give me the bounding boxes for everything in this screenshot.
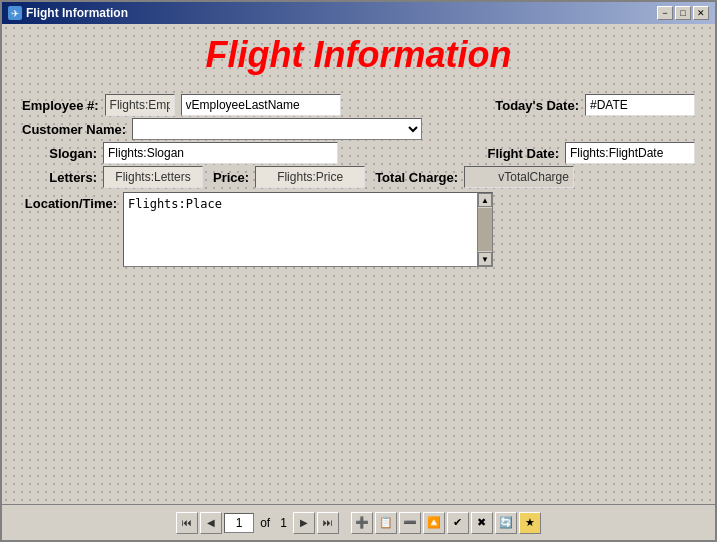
- location-time-wrapper: ▲ ▼: [123, 192, 493, 267]
- minimize-button[interactable]: −: [657, 6, 673, 20]
- nav-delete-button[interactable]: ➖: [399, 512, 421, 534]
- customer-name-label: Customer Name:: [22, 122, 126, 137]
- customer-name-row: Customer Name:: [22, 118, 695, 140]
- title-bar: ✈ Flight Information − □ ✕: [2, 2, 715, 24]
- employee-lastname-field[interactable]: [181, 94, 341, 116]
- scroll-down-btn[interactable]: ▼: [478, 252, 492, 266]
- nav-x-button[interactable]: ✖: [471, 512, 493, 534]
- customer-name-select[interactable]: [132, 118, 422, 140]
- flight-date-label: Flight Date:: [488, 146, 560, 161]
- location-time-field[interactable]: [123, 192, 477, 267]
- nav-next-button[interactable]: ▶: [293, 512, 315, 534]
- nav-check-button[interactable]: ✔: [447, 512, 469, 534]
- location-time-row: Location/Time: ▲ ▼: [22, 192, 695, 267]
- title-bar-controls: − □ ✕: [657, 6, 709, 20]
- letters-label: Letters:: [22, 170, 97, 185]
- title-bar-text: Flight Information: [26, 6, 128, 20]
- main-window: ✈ Flight Information − □ ✕ Flight Inform…: [0, 0, 717, 542]
- location-scrollbar: ▲ ▼: [477, 192, 493, 267]
- nav-page-total: 1: [276, 516, 291, 530]
- flight-date-field[interactable]: [565, 142, 695, 164]
- nav-up-button[interactable]: 🔼: [423, 512, 445, 534]
- slogan-label: Slogan:: [22, 146, 97, 161]
- nav-bar: ⏮ ◀ of 1 ▶ ⏭ ➕ 📋 ➖ 🔼 ✔ ✖ 🔄 ★: [2, 504, 715, 540]
- nav-star-button[interactable]: ★: [519, 512, 541, 534]
- nav-copy-button[interactable]: 📋: [375, 512, 397, 534]
- employee-label: Employee #:: [22, 98, 99, 113]
- price-label: Price:: [213, 170, 249, 185]
- nav-prev-button[interactable]: ◀: [200, 512, 222, 534]
- employee-id-field[interactable]: [105, 94, 175, 116]
- nav-of-label: of: [256, 516, 274, 530]
- todays-date-field[interactable]: [585, 94, 695, 116]
- total-charge-label: Total Charge:: [375, 170, 458, 185]
- restore-button[interactable]: □: [675, 6, 691, 20]
- window-icon: ✈: [8, 6, 22, 20]
- slogan-row: Slogan: Flight Date:: [22, 142, 695, 164]
- nav-last-button[interactable]: ⏭: [317, 512, 339, 534]
- total-charge-field: [464, 166, 574, 188]
- slogan-field[interactable]: [103, 142, 338, 164]
- title-bar-left: ✈ Flight Information: [8, 6, 128, 20]
- nav-first-button[interactable]: ⏮: [176, 512, 198, 534]
- letters-field[interactable]: [103, 166, 203, 188]
- scroll-up-btn[interactable]: ▲: [478, 193, 492, 207]
- nav-refresh-button[interactable]: 🔄: [495, 512, 517, 534]
- employee-row: Employee #: Today's Date:: [22, 94, 695, 116]
- nav-page-current[interactable]: [224, 513, 254, 533]
- nav-add-button[interactable]: ➕: [351, 512, 373, 534]
- letters-row: Letters: Price: Total Charge:: [22, 166, 695, 188]
- content-area: Flight Information Employee #: Today's D…: [2, 24, 715, 504]
- price-field[interactable]: [255, 166, 365, 188]
- location-time-label: Location/Time:: [22, 192, 117, 211]
- close-button[interactable]: ✕: [693, 6, 709, 20]
- todays-date-label: Today's Date:: [495, 98, 579, 113]
- page-title: Flight Information: [22, 34, 695, 76]
